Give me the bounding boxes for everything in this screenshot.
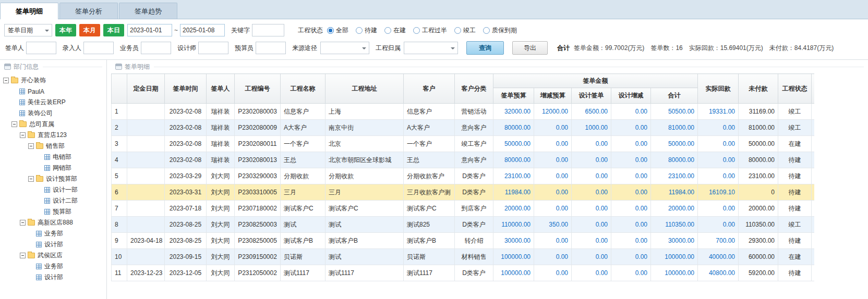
table-row[interactable]: 112023-12-232023-12-05刘大同P2312050002测试11… [112, 265, 815, 281]
quick-button-this-month[interactable]: 本月 [79, 24, 100, 36]
collapse-icon[interactable] [11, 121, 17, 127]
tree-node[interactable]: 设计二部 [0, 195, 106, 206]
cell-budget-adjust[interactable]: 0.00 [534, 233, 572, 249]
cell-design-sign[interactable]: 1000.00 [572, 120, 611, 136]
cell-design-sign[interactable]: 0.00 [572, 168, 611, 184]
cell-design-adjust[interactable]: 0.00 [611, 233, 651, 249]
cell-design-sign[interactable]: 0.00 [572, 233, 611, 249]
cell-budget[interactable]: 110000.00 [493, 217, 534, 233]
quick-button-today[interactable]: 本日 [103, 24, 124, 36]
cell-design-adjust[interactable]: 0.00 [611, 265, 651, 281]
collapse-icon[interactable] [20, 132, 26, 138]
recorder-input[interactable] [83, 42, 114, 54]
date-from-input[interactable] [127, 24, 172, 36]
table-row[interactable]: 82023-08-25刘大同P2308250003测试测试测试825D类客户11… [112, 217, 815, 233]
cell-received[interactable]: 0.00 [698, 120, 739, 136]
tree-node[interactable]: 预算部 [0, 206, 106, 217]
tree-node[interactable]: 设计一部 [0, 184, 106, 195]
table-row[interactable]: 12023-02-08瑞祥装P2302080003信息客户上海信息客户营销活动3… [112, 104, 815, 120]
table-row[interactable]: 42023-02-08瑞祥装P2302080013王总北京市朝阳区全球影城王总意… [112, 152, 815, 168]
cell-total[interactable]: 11984.00 [651, 184, 698, 201]
cell-budget[interactable]: 11984.00 [493, 184, 534, 201]
tree-node[interactable]: 高新区店888 [0, 217, 106, 228]
table-row[interactable]: 102023-09-15刘大同P2309150002贝诺斯测试贝诺斯材料销售10… [112, 249, 815, 265]
tree-node[interactable]: 开心装饰 [0, 75, 106, 86]
column-header-budget[interactable]: 签单预算 [493, 88, 534, 104]
cell-total[interactable]: 110350.00 [651, 217, 698, 233]
column-header-num[interactable] [112, 74, 127, 104]
cell-budget[interactable]: 50000.00 [493, 136, 534, 152]
table-row[interactable]: 92023-04-182023-08-25刘大同P2308250005测试客户B… [112, 233, 815, 249]
cell-received[interactable]: 700.00 [698, 233, 739, 249]
table-row[interactable]: 52023-03-29刘大同P2303290003分期收款分期收款分期收款客户D… [112, 168, 815, 184]
cell-design-sign[interactable]: 0.00 [572, 249, 611, 265]
table-row[interactable]: 62023-03-31刘大同P2303310005三月三月三月收款客户测D类客户… [112, 184, 815, 201]
cell-budget-adjust[interactable]: 0.00 [534, 120, 572, 136]
cell-budget-adjust[interactable]: 0.00 [534, 152, 572, 168]
column-header-project-no[interactable]: 工程编号 [235, 74, 281, 104]
column-header-signer[interactable]: 签单人 [207, 74, 235, 104]
collapse-icon[interactable] [3, 78, 9, 83]
table-row[interactable]: 22023-02-08瑞祥装P2302080009A大客户南京中街A大客户意向客… [112, 120, 815, 136]
cell-received[interactable]: 19331.00 [698, 104, 739, 120]
tab-sign-detail[interactable]: 签单明细 [0, 3, 58, 19]
tree-node[interactable]: 装饰公司 [0, 108, 106, 119]
column-header-project-name[interactable]: 工程名称 [281, 74, 326, 104]
status-radio-all[interactable]: 全部 [327, 26, 348, 35]
column-header-design-sign[interactable]: 设计签单 [572, 88, 611, 104]
project-owner-select[interactable] [404, 42, 458, 54]
salesman-input[interactable] [141, 42, 171, 54]
cell-design-adjust[interactable]: 0.00 [611, 136, 651, 152]
tree-node[interactable]: 网销部 [0, 163, 106, 173]
cell-design-adjust[interactable]: 0.00 [611, 217, 651, 233]
cell-budget-adjust[interactable]: 0.00 [534, 136, 572, 152]
column-header-deposit-date[interactable]: 定金日期 [127, 74, 165, 104]
tree-node[interactable]: 直营店123 [0, 130, 106, 141]
cell-design-adjust[interactable]: 0.00 [611, 168, 651, 184]
cell-design-adjust[interactable]: 0.00 [611, 104, 651, 120]
column-header-salesman[interactable]: 业务员 [812, 74, 815, 104]
column-header-total[interactable]: 合计 [651, 88, 698, 104]
column-header-customer[interactable]: 客户 [404, 74, 455, 104]
query-button[interactable]: 查询 [466, 41, 504, 55]
cell-received[interactable]: 0.00 [698, 136, 739, 152]
status-radio-pending[interactable]: 待建 [356, 26, 377, 35]
cell-budget[interactable]: 20000.00 [493, 201, 534, 217]
tree-node[interactable]: 销售部 [0, 141, 106, 152]
cell-design-adjust[interactable]: 0.00 [611, 249, 651, 265]
tree-node[interactable]: 武侯区店 [0, 250, 106, 261]
collapse-icon[interactable] [20, 253, 26, 258]
cell-total[interactable]: 81000.00 [651, 120, 698, 136]
column-header-received[interactable]: 实际回款 [698, 74, 739, 104]
cell-budget[interactable]: 100000.00 [493, 265, 534, 281]
keyword-input[interactable] [252, 24, 284, 36]
cell-design-sign[interactable]: 0.00 [572, 152, 611, 168]
cell-total[interactable]: 50000.00 [651, 136, 698, 152]
status-radio-half-done[interactable]: 工程过半 [413, 26, 447, 35]
cell-budget[interactable]: 23100.00 [493, 168, 534, 184]
cell-design-sign[interactable]: 6500.00 [572, 104, 611, 120]
column-header-design-adjust[interactable]: 设计增减 [611, 88, 651, 104]
cell-received[interactable]: 40000.00 [698, 249, 739, 265]
cell-total[interactable]: 30000.00 [651, 233, 698, 249]
tab-sign-analysis[interactable]: 签单分析 [59, 3, 118, 19]
cell-received[interactable]: 0.00 [698, 217, 739, 233]
date-type-select[interactable]: 签单日期 [4, 24, 52, 36]
source-select[interactable] [320, 42, 369, 54]
tab-sign-trend[interactable]: 签单趋势 [119, 3, 177, 19]
tree-node[interactable]: 电销部 [0, 152, 106, 163]
cell-design-sign[interactable]: 0.00 [572, 184, 611, 201]
tree-node[interactable]: 设计预算部 [0, 173, 106, 184]
column-header-address[interactable]: 工程地址 [326, 74, 404, 104]
tree-node[interactable]: 总司直属 [0, 119, 106, 130]
export-button[interactable]: 导出 [512, 41, 548, 55]
tree-node[interactable]: 设计部 [0, 272, 106, 283]
column-header-unpaid[interactable]: 未付款 [739, 74, 778, 104]
column-header-customer-type[interactable]: 客户分类 [455, 74, 493, 104]
cell-total[interactable]: 100000.00 [651, 249, 698, 265]
status-radio-finished[interactable]: 竣工 [454, 26, 476, 35]
cell-total[interactable]: 23100.00 [651, 168, 698, 184]
signer-input[interactable] [26, 42, 56, 54]
date-to-input[interactable] [180, 24, 225, 36]
cell-budget-adjust[interactable]: 0.00 [534, 265, 572, 281]
